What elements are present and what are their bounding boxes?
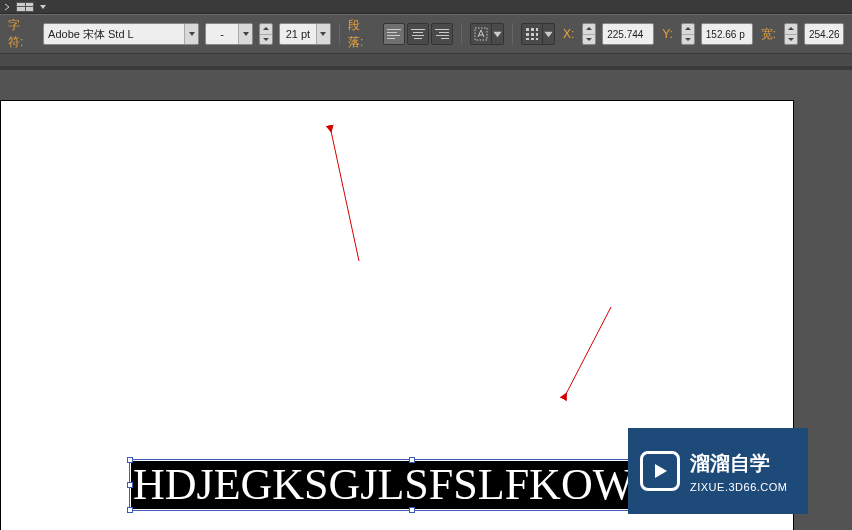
panel-chevron-icon[interactable] (2, 2, 12, 12)
resize-handle[interactable] (127, 457, 133, 463)
dropdown-arrow-icon[interactable] (543, 23, 555, 45)
svg-rect-1 (526, 28, 529, 31)
resize-handle[interactable] (127, 507, 133, 513)
watermark: 溜溜自学 ZIXUE.3D66.COM (628, 428, 808, 514)
width-input[interactable] (805, 24, 843, 44)
x-input[interactable] (603, 24, 653, 44)
font-family-input[interactable] (44, 24, 184, 44)
arrange-docs-icon[interactable] (16, 2, 34, 12)
svg-line-11 (566, 307, 611, 394)
scroll-strip[interactable] (0, 54, 852, 66)
align-left-button[interactable] (383, 23, 405, 45)
svg-rect-5 (531, 33, 534, 36)
workspace: HDJEGKSGJLSFSLFKOWEJF 溜溜自学 ZIXUE.3D66.CO… (0, 54, 852, 530)
font-family-dropdown[interactable] (43, 23, 199, 45)
x-input-field[interactable] (602, 23, 654, 45)
font-size-dropdown[interactable] (279, 23, 331, 45)
align-to-button[interactable] (521, 23, 555, 45)
arrange-docs-dropdown-icon[interactable] (38, 2, 48, 12)
text-options-bar: 字符: 段落: (0, 14, 852, 54)
svg-rect-2 (531, 28, 534, 31)
character-label: 字符: (8, 17, 35, 51)
font-size-spinner[interactable] (259, 23, 273, 45)
x-spinner[interactable] (582, 23, 596, 45)
dropdown-arrow-icon[interactable] (492, 23, 504, 45)
font-size-input[interactable] (280, 24, 316, 44)
watermark-url: ZIXUE.3D66.COM (690, 481, 787, 493)
y-input[interactable] (702, 24, 752, 44)
svg-rect-6 (536, 33, 538, 36)
align-grid-icon[interactable] (521, 23, 543, 45)
width-spinner[interactable] (784, 23, 798, 45)
paragraph-label: 段落: (348, 17, 375, 51)
text-align-group (383, 23, 453, 45)
font-style-dropdown[interactable] (205, 23, 253, 45)
width-input-field[interactable] (804, 23, 844, 45)
play-icon (640, 451, 680, 491)
y-spinner[interactable] (681, 23, 695, 45)
svg-rect-7 (526, 38, 529, 40)
watermark-title: 溜溜自学 (690, 450, 787, 477)
align-right-button[interactable] (431, 23, 453, 45)
separator (461, 23, 462, 45)
y-label: Y: (662, 27, 673, 41)
y-input-field[interactable] (701, 23, 753, 45)
svg-rect-9 (536, 38, 538, 40)
dropdown-arrow-icon[interactable] (316, 24, 330, 44)
svg-line-10 (331, 131, 359, 261)
font-style-input[interactable] (206, 24, 238, 44)
svg-rect-8 (531, 38, 534, 40)
resize-handle[interactable] (127, 482, 133, 488)
touch-type-icon[interactable] (470, 23, 492, 45)
x-label: X: (563, 27, 574, 41)
mini-panel-bar (0, 0, 852, 14)
svg-rect-4 (526, 33, 529, 36)
svg-rect-3 (536, 28, 538, 31)
selected-text-frame[interactable]: HDJEGKSGJLSFSLFKOWEJF (131, 461, 693, 509)
resize-handle[interactable] (409, 507, 415, 513)
text-content[interactable]: HDJEGKSGJLSFSLFKOWEJF (131, 461, 693, 509)
width-label: 宽: (761, 26, 776, 43)
separator (339, 23, 340, 45)
resize-handle[interactable] (409, 457, 415, 463)
separator (512, 23, 513, 45)
dropdown-arrow-icon[interactable] (184, 24, 198, 44)
touch-type-button[interactable] (470, 23, 504, 45)
dropdown-arrow-icon[interactable] (238, 24, 252, 44)
align-center-button[interactable] (407, 23, 429, 45)
ruler-strip (0, 66, 852, 70)
